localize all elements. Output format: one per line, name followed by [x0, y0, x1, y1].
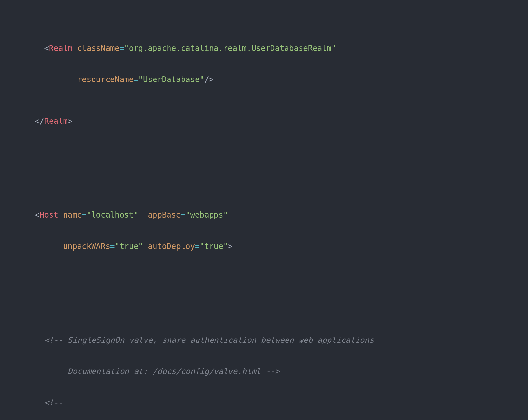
- equals: =: [134, 75, 138, 84]
- attr-unpackWARs: unpackWARs: [63, 242, 110, 251]
- tag-host: Host: [39, 210, 58, 220]
- self-close: />: [204, 75, 214, 84]
- tag-realm: Realm: [49, 44, 72, 53]
- angle-close: >: [68, 117, 72, 126]
- blank-line: [7, 158, 528, 168]
- quote: ": [185, 210, 190, 220]
- comment-line: <!--: [7, 398, 528, 408]
- comment-line: Documentation at: /docs/config/valve.htm…: [7, 366, 528, 377]
- quote: ": [139, 242, 143, 251]
- equals: =: [82, 210, 86, 220]
- quote: ": [139, 75, 143, 84]
- attr-name: name: [63, 210, 82, 220]
- code-line: <Host name="localhost" appBase="webapps": [7, 210, 528, 220]
- equals: =: [110, 242, 115, 251]
- angle-close: >: [228, 242, 232, 251]
- code-line: <Realm className="org.apache.catalina.re…: [7, 43, 528, 53]
- comment-line: <!-- SingleSignOn valve, share authentic…: [7, 335, 528, 345]
- attr-appBase: appBase: [148, 210, 181, 220]
- angle-open: <: [44, 44, 49, 53]
- equals: =: [120, 44, 124, 53]
- code-editor[interactable]: <Realm className="org.apache.catalina.re…: [0, 0, 528, 420]
- equals: =: [181, 210, 185, 220]
- val-unpackWARs: true: [120, 242, 139, 251]
- angle-open: <: [35, 210, 39, 220]
- quote: ": [87, 210, 91, 220]
- val-hostname: localhost: [91, 210, 134, 220]
- tag-realm-close: Realm: [44, 117, 68, 126]
- val-autoDeploy: true: [204, 242, 223, 251]
- code-line: unpackWARs="true" autoDeploy="true">: [7, 241, 528, 252]
- comment-sso-2: Documentation at: /docs/config/valve.htm…: [44, 367, 280, 376]
- comment-sso-1: <!-- SingleSignOn valve, share authentic…: [44, 336, 374, 345]
- comment-open: <!--: [44, 398, 63, 407]
- attr-resourceName: resourceName: [77, 75, 134, 84]
- quote: ": [124, 44, 129, 53]
- quote: ": [223, 210, 228, 220]
- quote: ": [331, 44, 336, 53]
- attr-className: className: [77, 44, 120, 53]
- quote: ": [199, 75, 204, 84]
- code-line: resourceName="UserDatabase"/>: [7, 74, 528, 85]
- close-open: </: [35, 117, 44, 126]
- attr-autoDeploy: autoDeploy: [148, 242, 195, 251]
- blank-line: [7, 283, 528, 293]
- quote: ": [199, 242, 204, 251]
- code-line: </Realm>: [7, 116, 528, 126]
- val-resourceName: UserDatabase: [143, 75, 199, 84]
- val-appBase: webapps: [190, 210, 223, 220]
- quote: ": [223, 242, 228, 251]
- quote: ": [115, 242, 119, 251]
- quote: ": [134, 210, 138, 220]
- val-realm-class: org.apache.catalina.realm.UserDatabaseRe…: [129, 44, 331, 53]
- equals: =: [195, 242, 199, 251]
